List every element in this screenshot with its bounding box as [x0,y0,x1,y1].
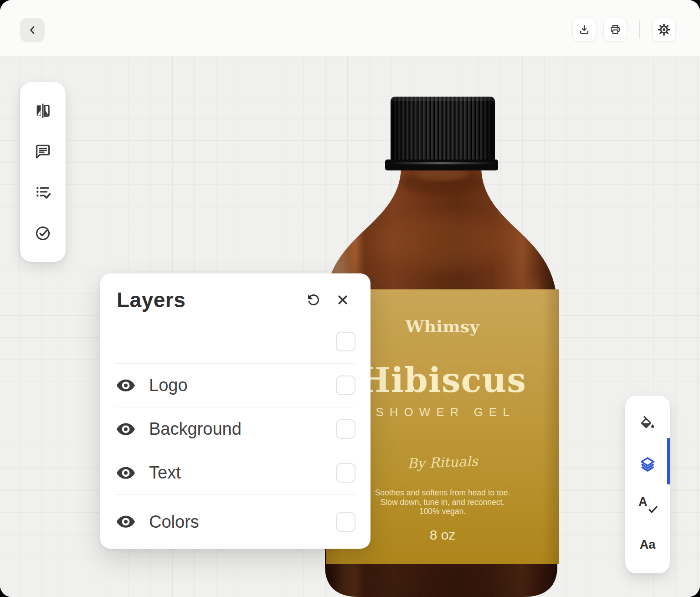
comment-icon [34,143,52,161]
layer-row[interactable]: Text [115,451,355,495]
app-window: Whimsy Hibiscus SHOWER GEL By Rituals So… [0,0,700,597]
task-done-button[interactable] [31,221,55,245]
close-button[interactable] [333,290,352,309]
comments-button[interactable] [31,140,55,164]
fill-color-button[interactable] [636,412,659,436]
right-toolbar: A Aa [625,396,670,573]
flip-compare-button[interactable] [31,99,55,123]
spellcheck-letter: A [638,496,648,508]
download-icon [578,24,590,36]
task-done-icon [34,224,52,242]
print-icon [609,24,621,36]
checklist-button[interactable] [31,180,55,204]
visibility-eye-icon[interactable] [116,422,136,437]
active-tool-indicator [667,438,670,484]
layers-panel-header: Layers [100,273,371,320]
top-bar [0,0,700,57]
gear-icon [658,23,670,36]
layers-tool-button[interactable] [636,453,659,476]
chevron-left-icon [26,24,39,36]
layers-panel: Layers [100,273,371,549]
layer-select-checkbox[interactable] [336,376,355,395]
visibility-eye-icon[interactable] [116,515,136,529]
flip-compare-icon [34,102,52,120]
layers-icon [638,455,657,473]
spellcheck-check-icon [649,506,658,513]
layer-select-checkbox[interactable] [336,419,355,439]
visibility-eye-icon[interactable] [116,466,136,480]
settings-button[interactable] [652,18,676,41]
fill-color-icon [639,416,656,432]
layers-list: Logo Background [100,320,371,549]
bottle-cap [385,97,498,170]
layer-name: Text [149,463,336,483]
visibility-eye-icon[interactable] [116,378,136,393]
layer-name: Colors [149,512,336,532]
typography-glyph: Aa [640,539,656,551]
close-icon [335,292,350,308]
layer-name: Logo [149,376,336,395]
toolbar-divider [639,20,640,39]
layer-select-checkbox[interactable] [336,463,355,483]
checklist-icon [34,183,52,201]
layer-select-checkbox[interactable] [336,512,355,532]
layer-row[interactable] [115,320,355,364]
back-button[interactable] [20,18,45,42]
spellcheck-button[interactable]: A [636,493,659,516]
left-toolbar [20,82,66,262]
download-button[interactable] [572,18,596,41]
reset-icon [305,292,322,308]
layer-select-checkbox[interactable] [336,332,355,351]
layer-row[interactable]: Colors [115,495,355,549]
layers-panel-title: Layers [117,288,294,312]
reset-button[interactable] [304,290,323,309]
layer-name: Background [149,419,336,439]
layer-row[interactable]: Logo [115,364,355,407]
layer-row[interactable]: Background [115,407,355,451]
print-button[interactable] [603,18,627,41]
typography-button[interactable]: Aa [636,533,659,557]
